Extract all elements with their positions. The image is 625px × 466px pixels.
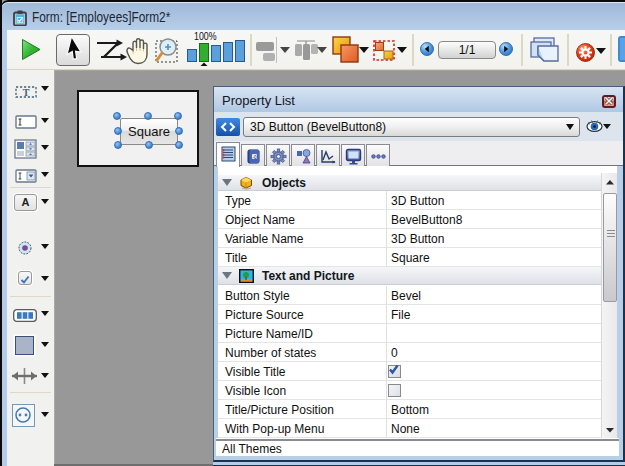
svg-text:-0: -0 [252,155,256,160]
svg-text:T: T [23,87,30,98]
